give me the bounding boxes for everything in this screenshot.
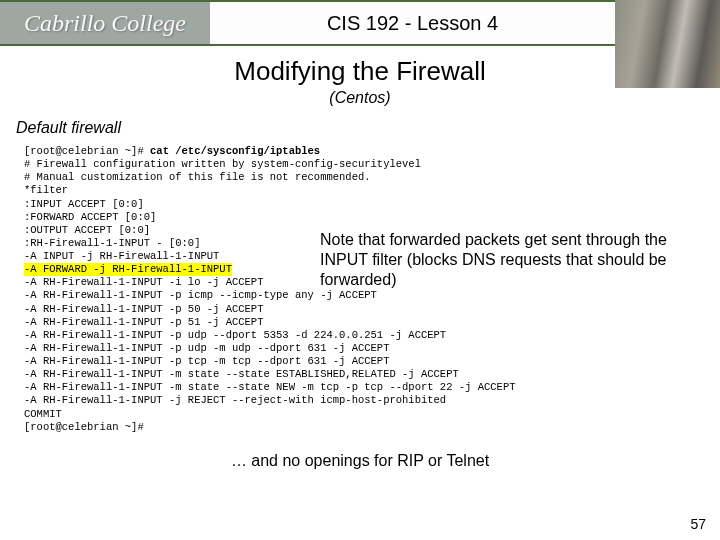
output-line: :OUTPUT ACCEPT [0:0] bbox=[24, 224, 150, 236]
logo-text: Cabrillo College bbox=[24, 10, 186, 37]
college-logo: Cabrillo College bbox=[0, 2, 210, 44]
output-line: -A RH-Firewall-1-INPUT -i lo -j ACCEPT bbox=[24, 276, 263, 288]
output-line: :RH-Firewall-1-INPUT - [0:0] bbox=[24, 237, 200, 249]
page-subtitle: (Centos) bbox=[0, 89, 720, 107]
highlighted-line: -A FORWARD -j RH-Firewall-1-INPUT bbox=[24, 263, 232, 276]
header-photo bbox=[615, 0, 720, 88]
output-line: -A RH-Firewall-1-INPUT -p 51 -j ACCEPT bbox=[24, 316, 263, 328]
output-line: -A RH-Firewall-1-INPUT -p udp -m udp --d… bbox=[24, 342, 389, 354]
output-line: -A RH-Firewall-1-INPUT -p tcp -m tcp --d… bbox=[24, 355, 389, 367]
bottom-note: … and no openings for RIP or Telnet bbox=[0, 452, 720, 470]
output-line: :INPUT ACCEPT [0:0] bbox=[24, 198, 144, 210]
callout-note: Note that forwarded packets get sent thr… bbox=[320, 230, 680, 290]
page-title: Modifying the Firewall bbox=[0, 56, 720, 87]
command-text: cat /etc/sysconfig/iptables bbox=[150, 145, 320, 157]
section-heading: Default firewall bbox=[16, 119, 720, 137]
output-line: -A RH-Firewall-1-INPUT -p 50 -j ACCEPT bbox=[24, 303, 263, 315]
prompt: [root@celebrian ~]# bbox=[24, 145, 150, 157]
page-number: 57 bbox=[690, 516, 706, 532]
output-line: :FORWARD ACCEPT [0:0] bbox=[24, 211, 156, 223]
header-bar: Cabrillo College CIS 192 - Lesson 4 bbox=[0, 0, 720, 46]
output-line: -A RH-Firewall-1-INPUT -j REJECT --rejec… bbox=[24, 394, 446, 406]
output-line: # Firewall configuration written by syst… bbox=[24, 158, 421, 170]
output-line: # Manual customization of this file is n… bbox=[24, 171, 371, 183]
output-line: -A RH-Firewall-1-INPUT -p udp --dport 53… bbox=[24, 329, 446, 341]
output-line: COMMIT bbox=[24, 408, 62, 420]
output-line: -A RH-Firewall-1-INPUT -m state --state … bbox=[24, 368, 459, 380]
prompt: [root@celebrian ~]# bbox=[24, 421, 144, 433]
output-line: -A RH-Firewall-1-INPUT -p icmp --icmp-ty… bbox=[24, 289, 377, 301]
output-line: -A RH-Firewall-1-INPUT -m state --state … bbox=[24, 381, 515, 393]
output-line: *filter bbox=[24, 184, 68, 196]
output-line: -A INPUT -j RH-Firewall-1-INPUT bbox=[24, 250, 219, 262]
